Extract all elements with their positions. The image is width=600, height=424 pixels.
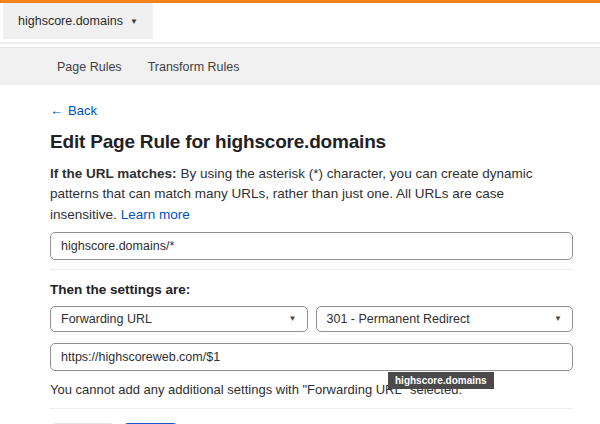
settings-heading: Then the settings are: — [50, 282, 573, 297]
main-content: ← Back Edit Page Rule for highscore.doma… — [0, 85, 600, 424]
learn-more-link[interactable]: Learn more — [121, 207, 190, 222]
url-match-input[interactable] — [50, 232, 573, 260]
zone-selector-label: highscore.domains — [18, 14, 123, 28]
destination-url-input[interactable] — [50, 343, 573, 371]
redirect-status-value: 301 - Permanent Redirect — [327, 312, 470, 326]
back-link-label: Back — [68, 103, 97, 118]
actions-divider — [50, 408, 573, 409]
chevron-down-icon: ▼ — [130, 17, 138, 26]
setting-type-select[interactable]: Forwarding URL ▼ — [50, 306, 308, 332]
zone-name-tooltip: highscore.domains — [388, 372, 494, 389]
rules-tab-bar: Page Rules Transform Rules — [0, 47, 600, 85]
back-arrow-icon: ← — [50, 103, 63, 118]
setting-type-value: Forwarding URL — [61, 312, 152, 326]
url-match-description: If the URL matches:By using the asterisk… — [50, 164, 573, 225]
page-title: Edit Page Rule for highscore.domains — [50, 131, 573, 153]
back-link[interactable]: ← Back — [50, 103, 97, 118]
tab-page-rules[interactable]: Page Rules — [57, 60, 122, 74]
url-match-label: If the URL matches: — [50, 166, 177, 181]
top-bar: highscore.domains ▼ — [0, 3, 600, 44]
settings-selects-row: Forwarding URL ▼ 301 - Permanent Redirec… — [50, 306, 573, 332]
redirect-status-select[interactable]: 301 - Permanent Redirect ▼ — [316, 306, 574, 332]
section-divider — [50, 269, 573, 270]
chevron-down-icon: ▼ — [554, 315, 562, 323]
zone-selector-dropdown[interactable]: highscore.domains ▼ — [3, 3, 153, 39]
tab-transform-rules[interactable]: Transform Rules — [148, 60, 240, 74]
settings-note: You cannot add any additional settings w… — [50, 382, 573, 397]
chevron-down-icon: ▼ — [289, 315, 297, 323]
